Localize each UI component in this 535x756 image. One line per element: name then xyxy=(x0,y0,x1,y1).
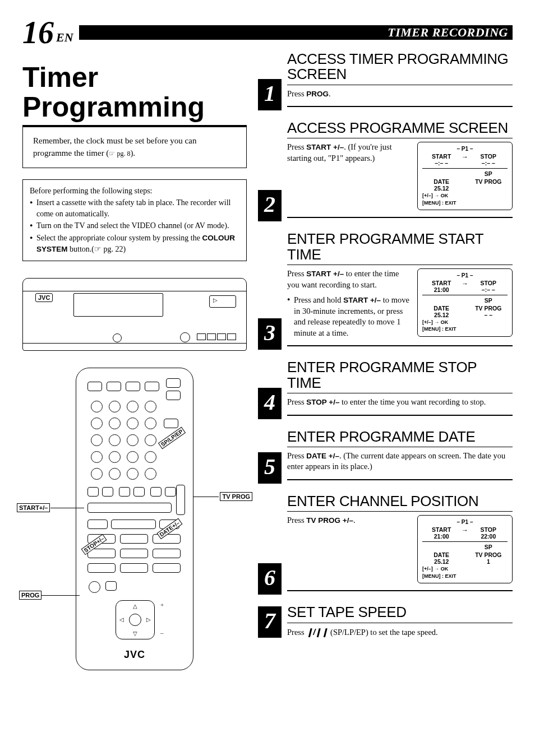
left-column: Timer Programming Remember, the clock mu… xyxy=(22,52,247,681)
page-language: EN xyxy=(56,30,73,48)
vcr-brand-label: JVC xyxy=(35,293,53,302)
prep-item-3: Select the appropriate colour system by … xyxy=(30,233,239,255)
step-title: ACCESS TIMER PROGRAMMING SCREEN xyxy=(287,52,513,82)
step-number: 1 xyxy=(258,79,282,110)
remote-brand-label: JVC xyxy=(76,649,193,661)
remote-speed-label: SP/LP/EP xyxy=(158,426,186,449)
step-title: ENTER PROGRAMME DATE xyxy=(287,429,513,444)
step-number: 5 xyxy=(258,452,282,484)
step-1: 1 ACCESS TIMER PROGRAMMING SCREEN Press … xyxy=(258,52,513,110)
step-3: 3 ENTER PROGRAMME START TIME Press START… xyxy=(258,231,513,350)
speed-icon: ❙/❙❙ xyxy=(306,627,328,638)
step-2: 2 ACCESS PROGRAMME SCREEN Press START +/… xyxy=(258,120,513,221)
osd-screen-2: – P1 – START21:00 → STOP–:– – SP DATE25.… xyxy=(417,268,513,337)
page-ref-icon: ☞ pg. 8 xyxy=(109,150,130,157)
osd-screen-1: – P1 – START–:– – → STOP–:– – SP DATE25.… xyxy=(417,142,513,210)
steps-column: 1 ACCESS TIMER PROGRAMMING SCREEN Press … xyxy=(258,52,513,681)
section-title-bar: TIMER RECORDING xyxy=(79,25,513,40)
page-header: 16 EN TIMER RECORDING xyxy=(22,17,513,48)
step-number: 6 xyxy=(258,563,282,595)
remote-illustration: △ ▽ ◁ ▷ – + JVC SP/LP/EP STOP+/– DATE+/–… xyxy=(22,368,247,681)
step-title: SET TAPE SPEED xyxy=(287,605,513,620)
step-5: 5 ENTER PROGRAMME DATE Press DATE +/–. (… xyxy=(258,429,513,484)
step-title: ENTER PROGRAMME START TIME xyxy=(287,231,513,262)
step-text: Press STOP +/– to enter the time you wan… xyxy=(287,397,513,408)
step-text: Press TV PROG +/–. xyxy=(287,515,411,583)
prep-item-1: Insert a cassette with the safety tab in… xyxy=(30,197,239,219)
step-6: 6 ENTER CHANNEL POSITION Press TV PROG +… xyxy=(258,494,513,595)
step-7: 7 SET TAPE SPEED Press ❙/❙❙ (SP/LP/EP) t… xyxy=(258,605,513,638)
page-number: 16 xyxy=(22,17,54,48)
section-title: TIMER RECORDING xyxy=(388,25,508,40)
osd-screen-3: – P1 – START21:00 → STOP22:00 SP DATE25.… xyxy=(417,515,513,583)
step-text: Press DATE +/–. (The current date appear… xyxy=(287,451,513,472)
reminder-text-after: ). xyxy=(130,149,135,157)
step-text: Press ❙/❙❙ (SP/LP/EP) to set the tape sp… xyxy=(287,627,513,638)
main-title: Timer Programming xyxy=(22,63,247,127)
step-number: 4 xyxy=(258,388,282,419)
step-text: Press START +/– to enter the time you wa… xyxy=(287,268,411,338)
step-text: Press PROG. xyxy=(287,89,513,100)
step-number: 2 xyxy=(258,190,282,221)
reminder-note: Remember, the clock must be set before y… xyxy=(22,127,247,168)
step-title: ENTER CHANNEL POSITION xyxy=(287,494,513,509)
remote-tvprog-callout: TV PROG xyxy=(220,492,252,501)
remote-start-callout: START+/– xyxy=(17,503,50,512)
step-number: 7 xyxy=(258,606,282,638)
vcr-illustration: JVC xyxy=(22,278,247,351)
preparation-box: Before performing the following steps: I… xyxy=(22,179,247,261)
prep-item-2: Turn on the TV and select the VIDEO chan… xyxy=(30,220,239,231)
remote-prog-callout: PROG xyxy=(19,591,41,600)
step-4: 4 ENTER PROGRAMME STOP TIME Press STOP +… xyxy=(258,360,513,419)
step-text: Press START +/–. (If you're just startin… xyxy=(287,142,411,210)
step-title: ENTER PROGRAMME STOP TIME xyxy=(287,360,513,391)
step-title: ACCESS PROGRAMME SCREEN xyxy=(287,120,513,136)
step-number: 3 xyxy=(258,318,282,350)
prep-intro: Before performing the following steps: xyxy=(30,185,239,197)
